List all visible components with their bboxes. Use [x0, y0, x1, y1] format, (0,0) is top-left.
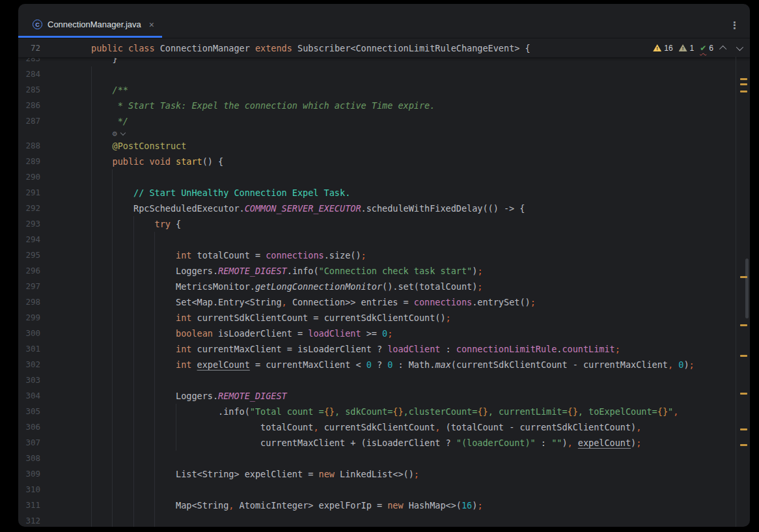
stripe-mark[interactable] — [740, 78, 747, 80]
code-line[interactable]: 311 Map<String, AtomicInteger> expelForI… — [18, 497, 750, 513]
code-line[interactable]: 298 Set<Map.Entry<String, Connection>> e… — [18, 294, 750, 310]
code-line[interactable]: 287 */ — [18, 113, 750, 129]
sticky-line-number: 72 — [18, 43, 91, 53]
code-token: connectionLimitRule — [456, 344, 557, 354]
code-line[interactable]: 308 — [18, 451, 750, 466]
line-number[interactable]: 305 — [18, 404, 91, 419]
code-line[interactable]: 293 try { — [18, 216, 750, 232]
chevron-down-icon[interactable] — [120, 130, 126, 135]
line-number[interactable]: 288 — [18, 138, 91, 154]
line-number[interactable]: 290 — [18, 169, 91, 185]
line-number[interactable]: 296 — [18, 263, 91, 279]
line-number[interactable]: 284 — [18, 66, 91, 82]
code-token: >= — [361, 328, 383, 339]
previous-problem-icon[interactable] — [719, 45, 726, 52]
editor[interactable]: 283 }284285 /**286 * Start Task: Expel t… — [18, 57, 750, 527]
stripe-mark[interactable] — [740, 428, 747, 430]
line-number[interactable]: 307 — [18, 435, 91, 451]
code-line[interactable]: 295 int totalCount = connections.size(); — [18, 247, 750, 263]
line-number[interactable]: 287 — [18, 113, 91, 129]
line-number[interactable]: 291 — [18, 185, 91, 201]
line-number[interactable]: 311 — [18, 497, 91, 513]
code-line[interactable]: 285 /** — [18, 82, 750, 98]
code-line[interactable]: 286 * Start Task: Expel the connection w… — [18, 98, 750, 113]
line-number[interactable]: 309 — [18, 466, 91, 482]
stripe-mark[interactable] — [740, 83, 747, 85]
code-line[interactable]: 307 currentMaxClient + (isLoaderClient ?… — [18, 435, 750, 451]
code-line[interactable]: 289 public void start() { — [18, 154, 750, 169]
code-token: ; — [387, 328, 393, 339]
code-line[interactable]: 288 @PostConstruct — [18, 138, 750, 154]
stripe-mark[interactable] — [740, 444, 747, 446]
code-line[interactable]: 312 — [18, 513, 750, 527]
tab-close-icon[interactable]: × — [149, 20, 154, 30]
code-token — [191, 359, 197, 370]
code-text: public void start() { — [91, 154, 750, 169]
stripe-mark[interactable] — [740, 91, 747, 92]
line-number[interactable]: 292 — [18, 201, 91, 216]
code-token: currentMaxClient + (isLoaderClient ? — [91, 438, 456, 448]
typo-counter[interactable]: ✔ 6 — [700, 44, 713, 53]
code-line[interactable]: 292 RpcScheduledExecutor.COMMON_SERVER_E… — [18, 201, 750, 216]
line-number[interactable]: 285 — [18, 82, 91, 98]
code-line[interactable]: 302 int expelCount = currentMaxClient < … — [18, 357, 750, 372]
line-number[interactable]: 294 — [18, 232, 91, 247]
code-token: = currentMaxClient < — [250, 359, 366, 370]
stripe-mark[interactable] — [740, 393, 747, 395]
code-token: ; — [477, 266, 482, 276]
line-number[interactable]: 286 — [18, 98, 91, 113]
line-number[interactable]: 300 — [18, 326, 91, 341]
line-number[interactable]: 297 — [18, 279, 91, 294]
code-line[interactable]: 305 .info("Total count ={}, sdkCount={},… — [18, 404, 750, 419]
code-token: connections — [414, 297, 472, 307]
stripe-mark[interactable] — [740, 276, 747, 278]
stripe-mark[interactable] — [740, 324, 747, 326]
line-number[interactable]: 301 — [18, 341, 91, 357]
code-line[interactable]: 309 List<String> expelClient = new Linke… — [18, 466, 750, 482]
code-line[interactable]: 303 — [18, 372, 750, 388]
line-number[interactable]: 283 — [18, 57, 91, 66]
sticky-header[interactable]: 72 public class ConnectionManager extend… — [18, 38, 750, 58]
editor-tab[interactable]: C ConnectionManager.java × — [18, 13, 162, 38]
code-line[interactable]: 294 — [18, 232, 750, 247]
code-line[interactable]: 301 int currentMaxClient = isLoaderClien… — [18, 341, 750, 357]
code-line[interactable]: 299 int currentSdkClientCount = currentS… — [18, 310, 750, 326]
code-line[interactable]: 306 totalCount, currentSdkClientCount, (… — [18, 419, 750, 435]
next-problem-icon[interactable] — [736, 43, 743, 50]
line-number[interactable]: 293 — [18, 216, 91, 232]
code-line[interactable]: 304 Loggers.REMOTE_DIGEST — [18, 388, 750, 404]
code-token: 16 — [462, 500, 472, 511]
code-token: (totalCount - currentSdkClientCount) — [440, 422, 636, 432]
code-token: REMOTE_DIGEST — [218, 391, 287, 401]
code-line[interactable]: 290 — [18, 169, 750, 185]
line-number[interactable]: 306 — [18, 419, 91, 435]
line-number[interactable]: 304 — [18, 388, 91, 404]
code-line[interactable]: 300 boolean isLoaderClient = loadClient … — [18, 326, 750, 341]
warning-counter[interactable]: ! 16 — [653, 44, 672, 53]
line-number[interactable]: 308 — [18, 451, 91, 466]
line-number[interactable]: 295 — [18, 247, 91, 263]
more-menu-icon[interactable]: ⋮ — [730, 20, 739, 31]
scrollbar-thumb[interactable] — [745, 259, 749, 318]
code-line[interactable]: 296 Loggers.REMOTE_DIGEST.info("Connecti… — [18, 263, 750, 279]
line-number[interactable]: 303 — [18, 372, 91, 388]
code-text: Loggers.REMOTE_DIGEST — [91, 388, 750, 404]
code-line[interactable]: 284 — [18, 66, 750, 82]
gear-icon[interactable]: ⚙ — [112, 130, 125, 137]
line-number[interactable]: 302 — [18, 357, 91, 372]
line-number[interactable]: 312 — [18, 513, 91, 527]
line-number[interactable]: 310 — [18, 482, 91, 497]
code-token — [91, 328, 176, 339]
stripe-mark[interactable] — [740, 355, 747, 357]
code-line[interactable]: 310 — [18, 482, 750, 497]
error-stripe[interactable] — [736, 57, 750, 527]
code-line[interactable]: 297 MetricsMonitor.getLongConnectionMoni… — [18, 279, 750, 294]
weak-warning-counter[interactable]: ! 1 — [679, 44, 695, 53]
line-number[interactable]: 299 — [18, 310, 91, 326]
code-line[interactable]: 291 // Start UnHealthy Connection Expel … — [18, 185, 750, 201]
code-token: {} — [324, 406, 335, 417]
line-number[interactable]: 289 — [18, 154, 91, 169]
line-number[interactable]: 298 — [18, 294, 91, 310]
code-line[interactable]: 283 } — [18, 57, 750, 66]
inspections-widget[interactable]: ! 16 ! 1 ✔ 6 — [653, 38, 743, 57]
